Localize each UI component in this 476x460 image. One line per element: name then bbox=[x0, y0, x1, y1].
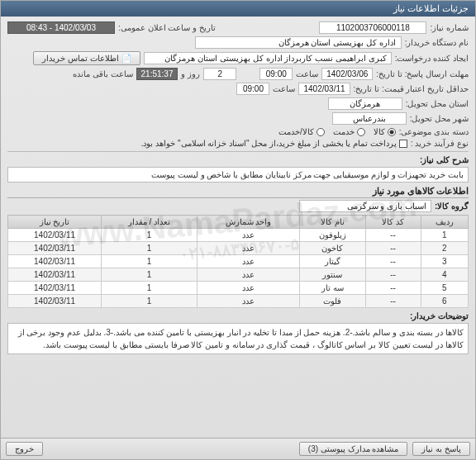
topic-group-label: دسته بندی موضوعی: bbox=[399, 127, 469, 136]
table-cell: -- bbox=[365, 295, 421, 308]
requester-label: ایجاد کننده درخواست: bbox=[395, 54, 469, 63]
province-label: استان محل تحویل: bbox=[406, 99, 469, 108]
announce-value: 1402/03/03 - 08:43 bbox=[7, 21, 115, 34]
table-cell: 1 bbox=[102, 295, 198, 308]
announce-label: تاریخ و ساعت اعلان عمومی: bbox=[118, 23, 216, 32]
table-cell: فلوت bbox=[300, 295, 365, 308]
checkbox-icon bbox=[399, 140, 407, 148]
exit-button[interactable]: خروج bbox=[6, 442, 43, 456]
table-cell: -- bbox=[365, 229, 421, 242]
need-description: بابت خرید تجهیزات و لوازم موسیقیایی جهت … bbox=[7, 167, 469, 183]
radio-dot-icon bbox=[317, 128, 325, 136]
city-label: شهر محل تحویل: bbox=[410, 114, 469, 123]
table-cell: -- bbox=[365, 242, 421, 255]
table-row[interactable]: 2--کاخونعدد11402/03/11 bbox=[8, 242, 469, 255]
table-cell: 1 bbox=[102, 255, 198, 268]
validity-label: حداقل تاریخ اعتبار قیمت: تا تاریخ: bbox=[354, 84, 469, 93]
countdown-timer: 21:51:37 bbox=[136, 68, 178, 80]
treasury-checkbox[interactable]: پرداخت تمام یا بخشی از مبلغ خرید،از محل … bbox=[141, 139, 407, 148]
col-qty: تعداد / مقدار bbox=[102, 216, 198, 229]
validity-date: 1402/03/11 bbox=[298, 83, 350, 95]
table-cell: 1402/03/11 bbox=[8, 268, 102, 282]
desc-title: شرح کلی نیاز: bbox=[420, 155, 469, 164]
table-cell: 6 bbox=[421, 295, 468, 308]
window-title: جزئیات اطلاعات نیاز bbox=[393, 3, 469, 13]
table-header-row: ردیف کد کالا نام کالا واحد شمارش تعداد /… bbox=[8, 216, 469, 229]
table-cell: عدد bbox=[197, 295, 299, 308]
topic-radio-group: کالا خدمت کالا/خدمت bbox=[278, 127, 396, 136]
remarks-label: توضیحات خریدار: bbox=[410, 311, 469, 320]
table-cell: 1 bbox=[102, 229, 198, 242]
table-cell: عدد bbox=[197, 229, 299, 242]
radio-both[interactable]: کالا/خدمت bbox=[278, 127, 325, 136]
table-cell: عدد bbox=[197, 242, 299, 255]
validity-time: 09:00 bbox=[236, 83, 269, 95]
table-cell: عدد bbox=[197, 268, 299, 282]
deadline-date: 1402/03/06 bbox=[321, 68, 373, 80]
table-row[interactable]: 6--فلوتعدد11402/03/11 bbox=[8, 295, 469, 308]
table-cell: عدد bbox=[197, 282, 299, 295]
requester-value: کبری ابراهیمی نسب کاربرداز اداره کل بهزی… bbox=[144, 52, 392, 64]
table-cell: گیتار bbox=[300, 255, 365, 268]
window-titlebar: جزئیات اطلاعات نیاز bbox=[1, 1, 475, 17]
items-section-title: اطلاعات کالاهای مورد نیاز bbox=[7, 186, 469, 198]
items-table: ردیف کد کالا نام کالا واحد شمارش تعداد /… bbox=[7, 215, 469, 308]
buyer-org-label: نام دستگاه خریدار: bbox=[405, 38, 469, 47]
need-details-window: جزئیات اطلاعات نیاز شماره نیاز: 11020037… bbox=[0, 0, 476, 460]
contact-info-button[interactable]: اطلاعات تماس خریدار bbox=[33, 51, 140, 65]
radio-dot-icon bbox=[388, 128, 396, 136]
table-row[interactable]: 3--گیتارعدد11402/03/11 bbox=[8, 255, 469, 268]
reply-button[interactable]: پاسخ به نیاز bbox=[412, 442, 470, 456]
table-cell: 1402/03/11 bbox=[8, 282, 102, 295]
need-number-label: شماره نیاز: bbox=[430, 23, 469, 32]
table-cell: 1402/03/11 bbox=[8, 295, 102, 308]
days-remaining: 2 bbox=[203, 68, 236, 80]
group-label: گروه کالا: bbox=[435, 202, 469, 211]
need-number-value: 1102003706000118 bbox=[319, 21, 426, 34]
footer-bar: پاسخ به نیاز مشاهده مدارک پیوستی (3) خرو… bbox=[1, 438, 475, 459]
table-cell: کاخون bbox=[300, 242, 365, 255]
table-cell: 2 bbox=[421, 242, 468, 255]
table-cell: -- bbox=[365, 282, 421, 295]
deadline-label: مهلت ارسال پاسخ: تا تاریخ: bbox=[376, 69, 469, 78]
table-cell: -- bbox=[365, 255, 421, 268]
table-cell: 1 bbox=[102, 268, 198, 282]
buyer-remarks: کالاها در بسته بندی و سالم باشد.-2. هزین… bbox=[7, 323, 469, 354]
col-row: ردیف bbox=[421, 216, 468, 229]
table-cell: -- bbox=[365, 268, 421, 282]
process-label: نوع فرآیند خرید : bbox=[411, 139, 469, 148]
attachments-button[interactable]: مشاهده مدارک پیوستی (3) bbox=[299, 442, 408, 456]
deadline-time: 09:00 bbox=[259, 68, 293, 80]
list-icon bbox=[119, 54, 131, 63]
col-code: کد کالا bbox=[365, 216, 421, 229]
radio-dot-icon bbox=[357, 128, 365, 136]
col-name: نام کالا bbox=[300, 216, 365, 229]
table-cell: سه تار bbox=[300, 282, 365, 295]
table-cell: 4 bbox=[421, 268, 468, 282]
province-value: هرمزگان bbox=[328, 97, 402, 110]
group-value: اسباب بازی و سرگرمی bbox=[299, 200, 431, 212]
table-cell: عدد bbox=[197, 255, 299, 268]
table-cell: 5 bbox=[421, 282, 468, 295]
content-area: شماره نیاز: 1102003706000118 تاریخ و ساع… bbox=[1, 17, 475, 358]
table-cell: 3 bbox=[421, 255, 468, 268]
col-unit: واحد شمارش bbox=[197, 216, 299, 229]
table-row[interactable]: 5--سه تارعدد11402/03/11 bbox=[8, 282, 469, 295]
radio-goods[interactable]: کالا bbox=[374, 127, 396, 136]
table-cell: سنتور bbox=[300, 268, 365, 282]
radio-service[interactable]: خدمت bbox=[333, 127, 365, 136]
table-cell: 1 bbox=[102, 282, 198, 295]
table-cell: زیلوفون bbox=[300, 229, 365, 242]
table-cell: 1402/03/11 bbox=[8, 229, 102, 242]
table-row[interactable]: 1--زیلوفونعدد11402/03/11 bbox=[8, 229, 469, 242]
table-cell: 1402/03/11 bbox=[8, 242, 102, 255]
city-value: بندرعباس bbox=[332, 112, 407, 125]
buyer-org-value: اداره کل بهزیستی استان هرمزگان bbox=[195, 36, 402, 49]
table-cell: 1 bbox=[102, 242, 198, 255]
table-row[interactable]: 4--سنتورعدد11402/03/11 bbox=[8, 268, 469, 282]
col-date: تاریخ نیاز bbox=[8, 216, 102, 229]
table-cell: 1402/03/11 bbox=[8, 255, 102, 268]
table-cell: 1 bbox=[421, 229, 468, 242]
